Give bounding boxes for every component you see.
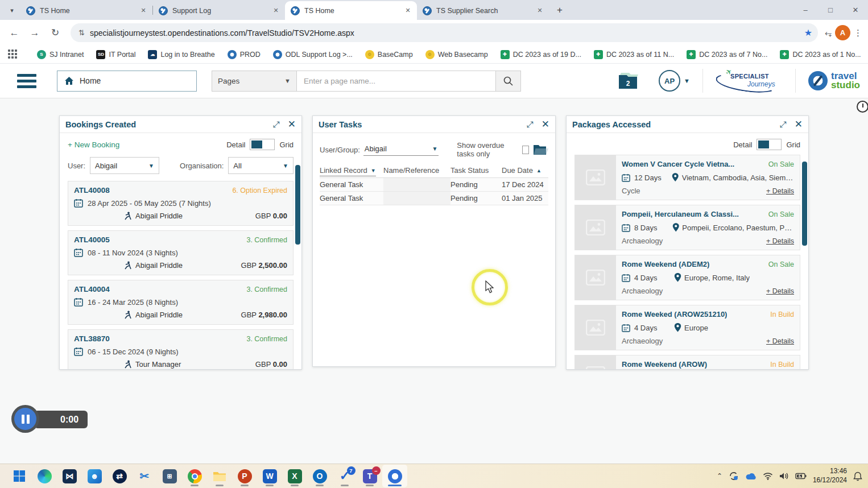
taskbar-meet-app[interactable]: ☻ [82,465,107,487]
window-close-button[interactable]: ✕ [843,0,868,19]
volume-icon[interactable] [779,472,789,480]
start-button[interactable] [7,465,32,487]
taskbar-excel[interactable]: X [282,465,307,487]
open-records-folder-button[interactable]: 2 [615,71,639,91]
tab-search-chevron-icon[interactable]: ▾ [5,3,19,18]
task-row[interactable]: General Task Pending 17 Dec 2024 [320,178,548,192]
browser-tab-3-active[interactable]: TS Home ✕ [285,1,417,20]
taskbar-outlook[interactable]: O [307,465,332,487]
booking-card[interactable]: ATL400053. Confirmed 08 - 11 Nov 2024 (3… [68,230,294,275]
package-name[interactable]: Rome Weeked (AROW251210) [622,310,727,319]
booking-code[interactable]: ATL38870 [74,334,110,343]
taskbar-calculator[interactable]: ⊞ [157,465,182,487]
browser-menu-icon[interactable]: ⋮ [854,28,862,38]
package-card[interactable]: Women V Cancer Cycle Vietna...On Sale 12… [574,155,800,200]
column-due-date[interactable]: Due Date▲ [502,166,555,175]
apps-grid-icon[interactable] [8,49,17,60]
browser-tab-1[interactable]: TS Home ✕ [20,1,152,20]
search-button[interactable] [496,71,521,92]
user-menu[interactable]: AP ▼ [659,70,690,92]
browser-tab-4[interactable]: TS Supplier Search ✕ [417,1,549,20]
bookmark-sj-intranet[interactable]: SSJ Intranet [32,48,89,61]
tray-clock[interactable]: 13:46 16/12/2024 [813,467,847,485]
taskbar-powerpoint[interactable]: P [232,465,257,487]
package-name[interactable]: Women V Cancer Cycle Vietna... [622,160,734,168]
expand-panel-icon[interactable]: ⤢ [273,120,280,129]
taskbar-todo[interactable]: ✓ 7 [332,465,357,487]
extensions-icon[interactable]: ⥆ [825,28,832,38]
close-panel-icon[interactable]: ✕ [542,119,549,129]
window-maximize-button[interactable]: □ [818,0,843,19]
bookmark-basecamp[interactable]: ☺BaseCamp [360,48,418,61]
org-filter-select[interactable]: All▼ [228,157,294,174]
page-search-input[interactable] [297,71,496,92]
breadcrumb[interactable]: Home [57,71,197,92]
tab-close-icon[interactable]: ✕ [271,6,280,15]
scrollbar-thumb[interactable] [295,165,300,245]
browser-profile-avatar[interactable]: A [835,25,850,40]
taskbar-file-explorer[interactable] [207,465,232,487]
package-card[interactable]: Rome Weekend (AROW)In Build 6 Days Europ… [574,355,800,370]
user-group-select[interactable]: Abigail ▼ [363,143,439,156]
bookmark-breathe[interactable]: ☁Log in to Breathe [143,48,220,61]
battery-icon[interactable] [795,473,807,479]
bookmark-odl-support-log[interactable]: ODL Support Log >... [268,48,358,61]
package-name[interactable]: Rome Weekend (ADEM2) [622,260,709,268]
taskbar-edge[interactable] [32,465,57,487]
reload-button[interactable]: ↻ [47,24,64,42]
overdue-checkbox[interactable] [522,146,529,154]
taskbar-word[interactable]: W [257,465,282,487]
tab-close-icon[interactable]: ✕ [139,6,148,15]
booking-card[interactable]: ATL400086. Option Expired 28 Apr 2025 - … [68,181,294,226]
booking-code[interactable]: ATL40008 [74,186,110,195]
open-task-folder-button[interactable] [532,143,548,156]
taskbar-teamviewer[interactable]: ⇄ [107,465,132,487]
taskbar-chrome[interactable] [182,465,207,487]
bookmark-dc-7[interactable]: ✚DC 2023 as of 7 No... [681,48,772,61]
url-text[interactable]: specialistjourneystest.opendestinations.… [90,28,799,38]
package-card[interactable]: Rome Weekend (ADEM2)On Sale 4 Days Europ… [574,255,800,300]
user-filter-select[interactable]: Abigail▼ [90,157,159,174]
back-button[interactable]: ← [6,24,23,42]
package-name[interactable]: Pompeii, Herculaneum & Classi... [622,210,739,218]
task-row[interactable]: General Task Pending 01 Jan 2025 [320,192,548,205]
bookmark-it-portal[interactable]: SDIT Portal [91,48,140,61]
scrollbar-thumb[interactable] [802,162,807,246]
expand-panel-icon[interactable]: ⤢ [527,120,534,129]
detail-grid-toggle[interactable] [757,139,782,150]
package-details-link[interactable]: + Details [766,337,794,345]
pages-dropdown[interactable]: Pages ▼ [212,71,297,92]
history-clock-icon[interactable] [857,101,868,113]
onedrive-icon[interactable] [745,472,757,480]
new-tab-button[interactable]: + [552,3,567,18]
notification-bell-icon[interactable] [853,472,862,481]
column-linked-record[interactable]: Linked Record▼ [320,166,376,176]
taskbar-video-app[interactable]: ⋈ [57,465,82,487]
bookmark-dc-19[interactable]: ✚DC 2023 as of 19 D... [495,48,586,61]
bookmark-dc-1[interactable]: ✚DC 2023 as of 1 No... [775,48,866,61]
package-name[interactable]: Rome Weekend (AROW) [622,360,707,369]
column-name-reference[interactable]: Name/Reference [383,166,450,175]
wifi-icon[interactable] [763,472,773,480]
tab-close-icon[interactable]: ✕ [535,6,544,15]
column-task-status[interactable]: Task Status [450,166,502,175]
hamburger-menu-icon[interactable] [17,74,36,88]
taskbar-screen-recorder-active[interactable] [382,465,407,487]
bookmark-star-icon[interactable]: ★ [804,27,812,38]
pause-recording-button[interactable] [11,405,39,433]
close-panel-icon[interactable]: ✕ [288,119,296,129]
booking-code[interactable]: ATL40005 [74,235,110,244]
browser-tab-2[interactable]: Support Log ✕ [153,1,285,20]
bookmark-dc-11[interactable]: ✚DC 2023 as of 11 N... [589,48,679,61]
forward-button[interactable]: → [26,24,43,42]
tab-close-icon[interactable]: ✕ [403,6,412,15]
package-details-link[interactable]: + Details [766,187,794,195]
package-card[interactable]: Pompeii, Herculaneum & Classi...On Sale … [574,205,800,250]
user-avatar[interactable]: AP [659,70,680,92]
booking-card[interactable]: ATL400043. Confirmed 16 - 24 Mar 2025 (8… [68,280,294,325]
omnibox[interactable]: ⇅ specialistjourneystest.opendestination… [71,23,818,42]
sync-icon[interactable] [729,471,739,481]
window-minimize-button[interactable]: – [793,0,818,19]
expand-panel-icon[interactable]: ⤢ [780,120,787,129]
close-panel-icon[interactable]: ✕ [795,119,803,129]
